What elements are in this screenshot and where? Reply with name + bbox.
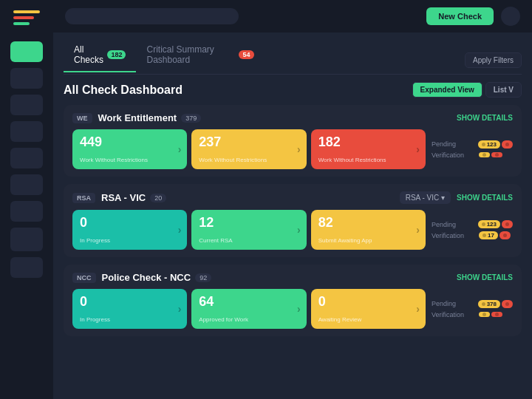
metric-label-rsa-vic-1: Current RSA xyxy=(199,237,299,244)
metric-value-rsa-vic-2: 82 xyxy=(318,216,418,229)
content-area: All Checks 182 Critical Summary Dashboar… xyxy=(53,33,532,399)
badge-dot-police-check-ncc-1-0 xyxy=(482,313,486,316)
metric-tile-rsa-vic-2[interactable]: 82Submit Awaiting App xyxy=(311,210,426,250)
check-name-police-check-ncc: Police Check - NCC xyxy=(102,272,191,283)
check-code-work-entitlement: WE xyxy=(72,113,92,123)
check-count-rsa-vic: 20 xyxy=(150,194,166,202)
metric-tile-rsa-vic-1[interactable]: 12Current RSA xyxy=(191,210,306,250)
check-code-police-check-ncc: NCC xyxy=(72,273,96,283)
badge-pill-work-entitlement-1-1 xyxy=(491,152,502,157)
logo-bar-red xyxy=(13,16,34,19)
sidebar-nav-item-4[interactable] xyxy=(10,121,43,142)
badge-pill-rsa-vic-0-1 xyxy=(502,220,513,228)
metric-tile-police-check-ncc-1[interactable]: 64Approved for Work xyxy=(191,289,306,329)
badge-value-work-entitlement-0-0: 123 xyxy=(487,141,497,148)
main-content: New Check All Checks 182 Critical Summar… xyxy=(53,0,532,399)
badge-pill-police-check-ncc-0-1 xyxy=(502,300,513,308)
show-details-rsa-vic[interactable]: SHOW DETAILS xyxy=(457,194,513,202)
sidebar-nav-item-8[interactable] xyxy=(10,228,43,251)
metric-area-police-check-ncc: 0In Progress64Approved for Work0Awaiting… xyxy=(72,289,513,329)
metric-label-rsa-vic-2: Submit Awaiting App xyxy=(318,237,418,244)
show-details-police-check-ncc[interactable]: SHOW DETAILS xyxy=(457,273,513,282)
metric-row-work-entitlement: 449Work Without Restrictions237Work With… xyxy=(72,129,426,169)
side-row-rsa-vic-1: Verification17 xyxy=(432,231,513,239)
metric-value-rsa-vic-0: 0 xyxy=(80,216,180,229)
side-row-work-entitlement-0: Pending123 xyxy=(432,140,513,149)
check-name-rsa-vic: RSA - VIC xyxy=(101,192,146,203)
metric-label-police-check-ncc-0: In Progress xyxy=(80,316,180,323)
metric-label-work-entitlement-0: Work Without Restrictions xyxy=(80,157,180,163)
metric-side-police-check-ncc: Pending378Verification xyxy=(432,300,513,318)
tab-all-checks[interactable]: All Checks 182 xyxy=(64,40,136,72)
side-row-rsa-vic-0: Pending123 xyxy=(432,220,513,228)
tabs-bar: All Checks 182 Critical Summary Dashboar… xyxy=(64,40,265,72)
metric-side-rsa-vic: Pending123Verification17 xyxy=(432,220,513,239)
badge-value-rsa-vic-0-0: 123 xyxy=(487,221,497,228)
badge-value-police-check-ncc-0-0: 378 xyxy=(487,301,497,307)
metric-tile-police-check-ncc-0[interactable]: 0In Progress xyxy=(72,289,187,329)
apply-filters-button[interactable]: Apply Filters xyxy=(465,52,522,68)
logo-bar-yellow xyxy=(13,10,40,13)
badge-pill-police-check-ncc-1-1 xyxy=(491,312,502,317)
check-card-work-entitlement: WEWork Entitlement379SHOW DETAILS449Work… xyxy=(64,105,522,177)
sidebar-nav-item-9[interactable] xyxy=(10,257,43,278)
tab-critical-summary-label: Critical Summary Dashboard xyxy=(146,44,235,65)
tab-critical-summary[interactable]: Critical Summary Dashboard 54 xyxy=(136,40,264,72)
tab-critical-summary-badge: 54 xyxy=(239,50,253,59)
badge-dot-rsa-vic-0-0 xyxy=(482,222,485,226)
checks-container: WEWork Entitlement379SHOW DETAILS449Work… xyxy=(64,105,522,336)
sidebar-nav-item-5[interactable] xyxy=(10,148,43,168)
metric-value-work-entitlement-0: 449 xyxy=(80,135,180,149)
badge-pill-rsa-vic-0-0: 123 xyxy=(478,220,500,228)
metric-tile-work-entitlement-0[interactable]: 449Work Without Restrictions xyxy=(72,129,187,169)
badge-pill-police-check-ncc-1-0 xyxy=(479,312,490,317)
badge-dot-rsa-vic-1-0 xyxy=(482,233,486,237)
metric-value-police-check-ncc-1: 64 xyxy=(199,295,299,308)
check-code-rsa-vic: RSA xyxy=(72,193,95,203)
metric-tile-police-check-ncc-2[interactable]: 0Awaiting Review xyxy=(311,289,426,329)
metric-side-work-entitlement: Pending123Verification xyxy=(432,140,513,159)
check-card-police-check-ncc: NCCPolice Check - NCC92SHOW DETAILS0In P… xyxy=(64,265,522,336)
metric-tile-rsa-vic-0[interactable]: 0In Progress xyxy=(72,210,187,250)
metric-label-work-entitlement-1: Work Without Restrictions xyxy=(199,157,299,163)
metric-label-work-entitlement-2: Work Without Restrictions xyxy=(318,157,418,163)
side-label-police-check-ncc-0: Pending xyxy=(432,300,475,307)
sidebar-nav-item-1[interactable] xyxy=(10,41,43,62)
sidebar-nav-item-6[interactable] xyxy=(10,174,43,195)
side-label-rsa-vic-1: Verification xyxy=(432,232,476,239)
tab-all-checks-label: All Checks xyxy=(74,44,103,65)
badge-dot-police-check-ncc-0-0 xyxy=(482,302,485,306)
check-dropdown-rsa-vic[interactable]: RSA - VIC ▾ xyxy=(400,191,451,204)
show-details-work-entitlement[interactable]: SHOW DETAILS xyxy=(457,114,513,122)
side-label-work-entitlement-0: Pending xyxy=(432,140,475,148)
metric-value-work-entitlement-2: 182 xyxy=(318,135,418,149)
badge-pill-work-entitlement-0-1 xyxy=(502,140,513,149)
metric-tile-work-entitlement-1[interactable]: 237Work Without Restrictions xyxy=(191,129,306,169)
metric-area-rsa-vic: 0In Progress12Current RSA82Submit Awaiti… xyxy=(72,210,513,250)
badge-dot-work-entitlement-0-1 xyxy=(505,143,509,146)
side-row-work-entitlement-1: Verification xyxy=(432,151,513,159)
badge-dot-work-entitlement-1-1 xyxy=(495,153,499,157)
user-avatar[interactable] xyxy=(501,7,520,26)
sidebar xyxy=(0,0,53,399)
metric-value-police-check-ncc-0: 0 xyxy=(80,295,180,308)
app-logo xyxy=(13,10,40,28)
sidebar-nav-item-7[interactable] xyxy=(10,201,43,222)
metric-area-work-entitlement: 449Work Without Restrictions237Work With… xyxy=(72,129,513,169)
list-view-button[interactable]: List V xyxy=(485,82,522,98)
metric-tile-work-entitlement-2[interactable]: 182Work Without Restrictions xyxy=(311,129,426,169)
sidebar-nav-item-2[interactable] xyxy=(10,68,43,89)
metric-row-rsa-vic: 0In Progress12Current RSA82Submit Awaiti… xyxy=(72,210,426,250)
logo-bar-green xyxy=(13,22,30,25)
expanded-view-button[interactable]: Expanded View xyxy=(412,82,482,98)
badge-dot-police-check-ncc-0-1 xyxy=(505,302,509,306)
check-card-header-rsa-vic: RSARSA - VIC20RSA - VIC ▾SHOW DETAILS xyxy=(72,191,513,204)
badge-pill-rsa-vic-1-0: 17 xyxy=(479,231,498,239)
sidebar-nav-item-3[interactable] xyxy=(10,95,43,115)
badge-group-rsa-vic-1: 17 xyxy=(479,231,511,239)
search-bar[interactable] xyxy=(65,8,239,24)
side-label-work-entitlement-1: Verification xyxy=(432,151,476,159)
badge-group-rsa-vic-0: 123 xyxy=(478,220,513,228)
badge-dot-work-entitlement-1-0 xyxy=(482,153,486,157)
new-check-button[interactable]: New Check xyxy=(426,7,494,25)
